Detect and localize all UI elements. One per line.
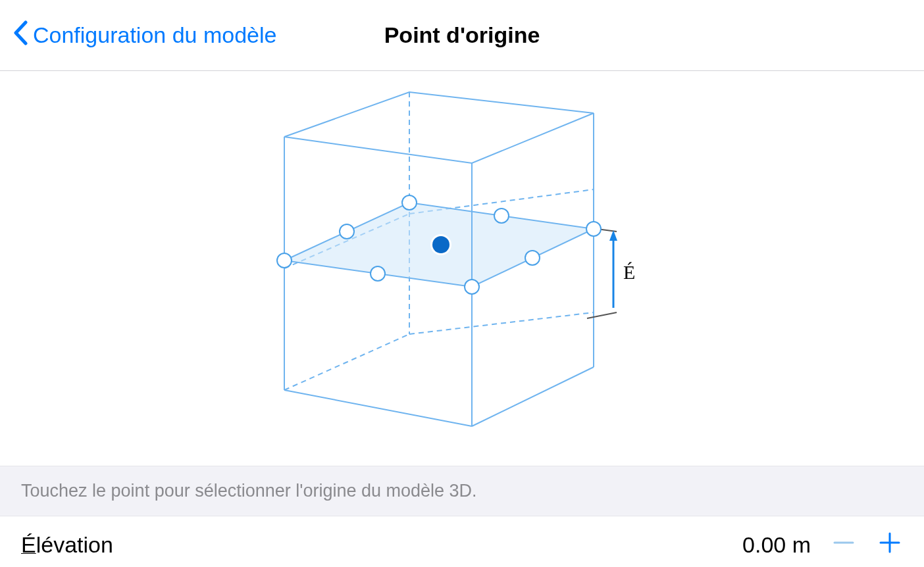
- page-title: Point d'origine: [384, 22, 540, 48]
- stepper-minus-button[interactable]: [831, 530, 857, 560]
- header-bar: Configuration du modèle Point d'origine: [0, 0, 924, 71]
- svg-point-24: [371, 266, 385, 281]
- stepper-plus-button[interactable]: [877, 530, 903, 560]
- back-label: Configuration du modèle: [33, 22, 276, 48]
- svg-point-19: [586, 222, 601, 236]
- svg-line-14: [587, 312, 617, 318]
- svg-marker-6: [284, 92, 594, 163]
- chevron-left-icon: [13, 20, 28, 51]
- elevation-stepper: [831, 530, 903, 560]
- svg-point-23: [525, 251, 540, 265]
- svg-line-2: [409, 312, 594, 334]
- elevation-value: 0.00 m: [742, 532, 811, 558]
- svg-point-17: [277, 253, 292, 268]
- origin-diagram[interactable]: É: [0, 71, 924, 466]
- svg-point-18: [402, 195, 417, 210]
- svg-point-22: [494, 209, 509, 223]
- svg-point-21: [340, 224, 354, 239]
- svg-line-10: [284, 390, 472, 426]
- elevation-marker-text: É: [623, 261, 635, 283]
- instruction-text: Touchez le point pour sélectionner l'ori…: [0, 466, 924, 516]
- svg-line-11: [472, 367, 594, 426]
- back-button[interactable]: Configuration du modèle: [0, 20, 276, 51]
- svg-point-20: [465, 280, 479, 294]
- svg-line-1: [284, 334, 409, 390]
- svg-point-26: [432, 236, 449, 253]
- elevation-label: Élévation: [21, 532, 742, 558]
- elevation-row: Élévation 0.00 m: [0, 516, 924, 567]
